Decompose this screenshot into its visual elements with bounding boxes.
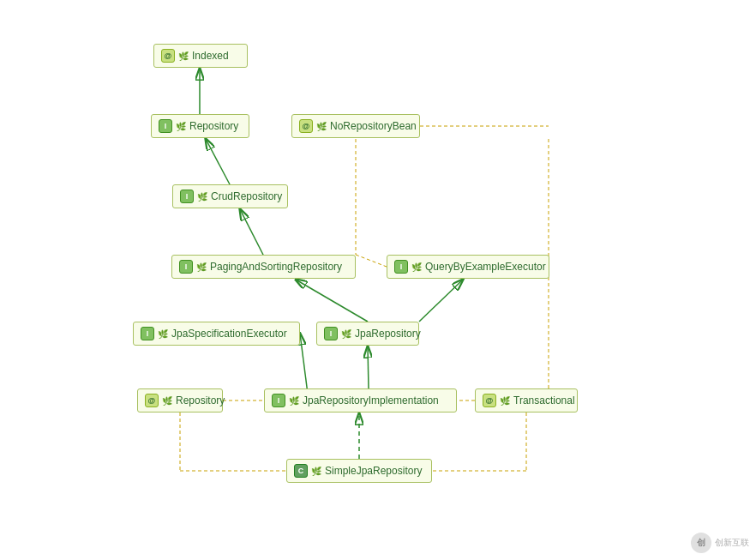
node-label: Indexed bbox=[192, 50, 229, 62]
badge-i: I bbox=[180, 190, 194, 203]
leaf-icon: 🌿 bbox=[162, 396, 172, 406]
leaf-icon: 🌿 bbox=[176, 122, 186, 131]
node-label: Repository bbox=[189, 120, 238, 132]
watermark: 创 创新互联 bbox=[691, 533, 749, 553]
badge-at: @ bbox=[299, 119, 313, 133]
node-label: QueryByExampleExecutor bbox=[425, 261, 546, 273]
leaf-icon: 🌿 bbox=[196, 262, 207, 272]
node-label: Transactional bbox=[513, 394, 575, 406]
leaf-icon: 🌿 bbox=[500, 396, 510, 406]
watermark-text: 创新互联 bbox=[715, 537, 749, 549]
node-label: Repository bbox=[176, 394, 225, 406]
node-label: JpaRepositoryImplementation bbox=[303, 394, 439, 406]
svg-line-6 bbox=[419, 280, 463, 322]
badge-i: I bbox=[324, 327, 338, 340]
badge-i: I bbox=[159, 119, 172, 133]
leaf-icon: 🌿 bbox=[411, 262, 422, 272]
badge-i: I bbox=[141, 327, 154, 340]
leaf-icon: 🌿 bbox=[316, 122, 327, 131]
node-repository[interactable]: I🌿Repository bbox=[151, 114, 249, 138]
node-label: JpaSpecificationExecutor bbox=[171, 328, 287, 340]
node-jpaspecificationexecutor[interactable]: I🌿JpaSpecificationExecutor bbox=[133, 322, 300, 346]
node-jparepository[interactable]: I🌿JpaRepository bbox=[316, 322, 419, 346]
node-label: NoRepositoryBean bbox=[330, 120, 417, 132]
badge-at: @ bbox=[161, 49, 175, 63]
badge-i: I bbox=[179, 260, 193, 274]
svg-line-8 bbox=[368, 346, 369, 388]
node-indexed[interactable]: @🌿Indexed bbox=[153, 44, 248, 68]
badge-i: I bbox=[272, 394, 285, 407]
node-label: SimpleJpaRepository bbox=[325, 465, 422, 477]
badge-at: @ bbox=[145, 394, 159, 407]
node-jparepositoryimplementation[interactable]: I🌿JpaRepositoryImplementation bbox=[264, 388, 457, 412]
leaf-icon: 🌿 bbox=[197, 192, 207, 202]
node-crudrepository[interactable]: I🌿CrudRepository bbox=[172, 184, 288, 208]
node-norepositorybean[interactable]: @🌿NoRepositoryBean bbox=[291, 114, 420, 138]
svg-line-4 bbox=[240, 209, 263, 255]
node-transactional[interactable]: @🌿Transactional bbox=[475, 388, 578, 412]
node-repositoryanno[interactable]: @🌿Repository bbox=[137, 388, 223, 412]
leaf-icon: 🌿 bbox=[341, 329, 351, 339]
node-querybyexampleexecutor[interactable]: I🌿QueryByExampleExecutor bbox=[387, 255, 549, 279]
node-label: PagingAndSortingRepository bbox=[210, 261, 342, 273]
node-pagingandsortingrepository[interactable]: I🌿PagingAndSortingRepository bbox=[171, 255, 356, 279]
svg-line-5 bbox=[296, 280, 368, 322]
badge-at: @ bbox=[483, 394, 496, 407]
watermark-icon: 创 bbox=[691, 533, 711, 553]
leaf-icon: 🌿 bbox=[311, 467, 321, 476]
node-simplejparepository[interactable]: C🌿SimpleJpaRepository bbox=[286, 459, 432, 483]
leaf-icon: 🌿 bbox=[178, 51, 189, 61]
diagram-container: @🌿IndexedI🌿Repository@🌿NoRepositoryBeanI… bbox=[0, 0, 756, 560]
badge-c: C bbox=[294, 464, 308, 478]
node-label: JpaRepository bbox=[355, 328, 421, 340]
svg-line-3 bbox=[206, 139, 230, 184]
node-label: CrudRepository bbox=[211, 190, 282, 202]
badge-i: I bbox=[394, 260, 408, 274]
leaf-icon: 🌿 bbox=[289, 396, 299, 406]
svg-line-12 bbox=[356, 255, 387, 267]
leaf-icon: 🌿 bbox=[158, 329, 168, 339]
